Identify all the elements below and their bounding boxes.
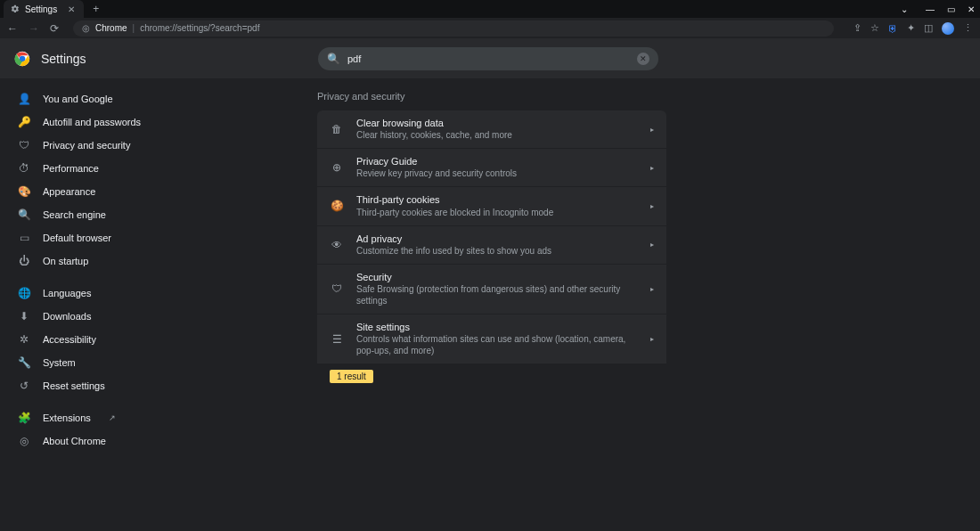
clear-search-icon[interactable]: ✕ (637, 53, 649, 65)
download-icon: ⬇ (18, 310, 30, 323)
settings-row-privacy-guide[interactable]: ⊕Privacy GuideReview key privacy and sec… (317, 149, 666, 186)
share-icon[interactable]: ⇪ (853, 22, 862, 34)
sidebar-item-label: Default browser (43, 233, 111, 243)
bookmark-icon[interactable]: ☆ (870, 22, 879, 34)
search-result-badge: 1 result (330, 370, 373, 383)
row-subtitle: Customize the info used by sites to show… (356, 245, 638, 257)
sidebar-item-appearance[interactable]: 🎨Appearance (0, 180, 185, 203)
section-heading: Privacy and security (317, 91, 980, 102)
appearance-icon: 🎨 (18, 185, 30, 198)
sidebar-item-reset-settings[interactable]: ↺Reset settings (0, 374, 185, 397)
profile-avatar[interactable] (942, 22, 954, 35)
sidebar-item-default-browser[interactable]: ▭Default browser (0, 226, 185, 249)
reset-icon: ↺ (18, 380, 30, 392)
sidebar-item-label: Appearance (43, 186, 95, 197)
settings-rows: 🗑Clear browsing dataClear history, cooki… (317, 110, 666, 364)
chevron-right-icon: ▸ (650, 164, 654, 172)
shield-icon[interactable]: ⛨ (888, 23, 898, 34)
sidebar-item-autofill-and-passwords[interactable]: 🔑Autofill and passwords (0, 110, 185, 134)
site-info-icon: ◎ (82, 23, 90, 33)
forward-button[interactable]: → (29, 22, 39, 35)
settings-sidebar: 👤You and Google🔑Autofill and passwords🛡P… (0, 78, 192, 531)
minimize-icon[interactable]: — (926, 4, 935, 14)
chevron-right-icon: ▸ (650, 285, 654, 293)
sidebar-item-label: Performance (43, 163, 99, 174)
privacy-icon: 🛡 (18, 139, 30, 151)
reload-button[interactable]: ⟳ (50, 22, 59, 35)
about-icon: ◎ (18, 435, 30, 447)
settings-header: Settings 🔍 ✕ (0, 39, 980, 78)
kebab-menu-icon[interactable]: ⋮ (963, 22, 973, 34)
ads-icon: 👁 (330, 239, 344, 251)
side-panel-icon[interactable]: ◫ (924, 22, 933, 34)
sidebar-item-accessibility[interactable]: ✲Accessibility (0, 328, 185, 351)
sidebar-item-system[interactable]: 🔧System (0, 351, 185, 374)
sidebar-item-label: Accessibility (43, 334, 96, 345)
browser-tab[interactable]: Settings ✕ (4, 0, 84, 18)
tabs-menu-icon[interactable]: ⌄ (901, 4, 908, 14)
sidebar-item-label: Search engine (43, 209, 106, 220)
security-icon: 🛡 (330, 282, 344, 295)
tab-close-icon[interactable]: ✕ (68, 4, 75, 14)
sidebar-item-languages[interactable]: 🌐Languages (0, 282, 185, 305)
close-window-icon[interactable]: ✕ (968, 4, 975, 14)
search-icon: 🔍 (18, 208, 30, 221)
settings-row-third-party-cookies[interactable]: 🍪Third-party cookiesThird-party cookies … (317, 187, 666, 225)
row-subtitle: Clear history, cookies, cache, and more (356, 129, 638, 141)
sidebar-item-label: Privacy and security (43, 140, 130, 151)
a11y-icon: ✲ (18, 333, 30, 346)
sidebar-item-search-engine[interactable]: 🔍Search engine (0, 203, 185, 226)
settings-row-security[interactable]: 🛡SecuritySafe Browsing (protection from … (317, 265, 666, 314)
settings-search[interactable]: 🔍 ✕ (318, 47, 658, 70)
address-bar[interactable]: ◎ Chrome | chrome://settings/?search=pdf (73, 20, 834, 37)
window-controls: ⌄ — ▭ ✕ (901, 0, 975, 18)
omnibox-origin: Chrome (95, 23, 127, 33)
browser-title-bar: Settings ✕ + ⌄ — ▭ ✕ (0, 0, 980, 18)
chevron-right-icon: ▸ (650, 202, 654, 210)
system-icon: 🔧 (18, 356, 30, 369)
maximize-icon[interactable]: ▭ (947, 4, 955, 14)
settings-row-site-settings[interactable]: ☰Site settingsControls what information … (317, 315, 666, 364)
row-subtitle: Safe Browsing (protection from dangerous… (356, 283, 638, 306)
settings-search-input[interactable] (347, 53, 630, 64)
startup-icon: ⏻ (18, 255, 30, 267)
lang-icon: 🌐 (18, 287, 30, 299)
row-title: Security (356, 272, 638, 283)
perf-icon: ⏱ (18, 162, 30, 175)
sidebar-item-downloads[interactable]: ⬇Downloads (0, 305, 185, 328)
sidebar-item-label: Reset settings (43, 380, 105, 391)
gear-icon (11, 4, 20, 13)
settings-row-clear-browsing-data[interactable]: 🗑Clear browsing dataClear history, cooki… (317, 110, 666, 148)
autofill-icon: 🔑 (18, 116, 30, 128)
browser-toolbar: ← → ⟳ ◎ Chrome | chrome://settings/?sear… (0, 18, 980, 39)
search-icon: 🔍 (327, 53, 340, 65)
sidebar-item-extensions[interactable]: 🧩Extensions↗ (0, 406, 185, 429)
sidebar-item-label: System (43, 357, 76, 368)
sidebar-item-label: About Chrome (43, 436, 106, 446)
sidebar-item-about-chrome[interactable]: ◎About Chrome (0, 429, 185, 453)
row-subtitle: Third-party cookies are blocked in Incog… (356, 207, 638, 218)
sidebar-item-performance[interactable]: ⏱Performance (0, 157, 185, 180)
row-title: Third-party cookies (356, 194, 638, 206)
sidebar-item-label: Extensions (43, 413, 91, 423)
page-title: Settings (41, 52, 86, 66)
settings-row-ad-privacy[interactable]: 👁Ad privacyCustomize the info used by si… (317, 226, 666, 264)
row-title: Clear browsing data (356, 118, 638, 129)
puzzle-icon[interactable]: ✦ (907, 22, 915, 34)
sidebar-item-you-and-google[interactable]: 👤You and Google (0, 87, 185, 110)
sidebar-item-on-startup[interactable]: ⏻On startup (0, 249, 185, 273)
sidebar-item-label: Downloads (43, 311, 91, 322)
chevron-right-icon: ▸ (650, 241, 654, 249)
sidebar-item-label: You and Google (43, 94, 113, 104)
settings-main: Privacy and security 🗑Clear browsing dat… (192, 78, 980, 531)
new-tab-button[interactable]: + (93, 3, 99, 15)
sidebar-item-label: Autofill and passwords (43, 117, 141, 127)
row-title: Site settings (356, 322, 638, 333)
chevron-right-icon: ▸ (650, 335, 654, 343)
back-button[interactable]: ← (7, 22, 18, 35)
sidebar-item-privacy-and-security[interactable]: 🛡Privacy and security (0, 134, 185, 157)
guide-icon: ⊕ (330, 161, 344, 174)
row-title: Privacy Guide (356, 156, 638, 167)
ext-icon: 🧩 (18, 412, 30, 424)
person-icon: 👤 (18, 93, 30, 105)
